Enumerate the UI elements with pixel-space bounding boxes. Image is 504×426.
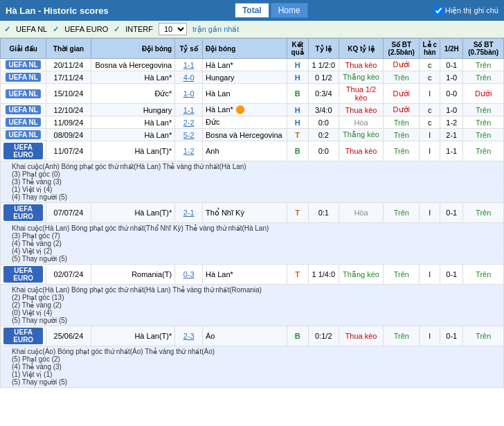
detail-line: (3) Phạt góc (0) — [12, 170, 492, 178]
cell-score[interactable]: 2-2 — [175, 116, 203, 129]
cell-score[interactable]: 2-3 — [175, 326, 203, 346]
cell-sbt2: Trên — [463, 59, 504, 71]
table-row: UEFA NL 11/09/24 Hà Lan* 2-2 Đức H 0:0 H… — [1, 116, 504, 129]
detail-row: Khai cuộc(Hà Lan) Bóng phạt góc thứ nhất… — [1, 223, 504, 265]
cell-odds-result: Thua kèo — [339, 326, 383, 346]
detail-line: Khai cuộc(Hà Lan) Bóng phạt góc thứ nhất… — [12, 286, 492, 294]
cell-result: H — [287, 116, 308, 129]
table-body: UEFA NL 20/11/24 Bosna và Hercegovina 1-… — [1, 59, 504, 388]
detail-line: (1) Việt vị (1) — [12, 371, 492, 378]
cell-odds-result: Hòa — [339, 203, 383, 223]
detail-cell: Khai cuộc(Hà Lan) Bóng phạt góc thứ nhất… — [1, 285, 504, 326]
cell-date: 15/10/24 — [46, 84, 91, 104]
cell-sbt2: Trên — [463, 326, 504, 346]
checkbox-display[interactable]: Hiện thị ghi chú — [434, 6, 498, 15]
cell-league: UEFA NL — [1, 116, 46, 129]
league-badge: UEFA NL — [6, 118, 40, 127]
detail-line: (4) Thay người (5) — [12, 193, 492, 201]
cell-odds: 0:0 — [308, 116, 339, 129]
cell-date: 12/10/24 — [46, 104, 91, 116]
filter-uefa-nl[interactable]: UEFA NL — [16, 25, 47, 33]
league-badge: UEFA EURO — [3, 143, 43, 159]
tab-home[interactable]: Home — [271, 3, 308, 18]
cell-score[interactable]: 0-3 — [175, 265, 203, 285]
cell-result: B — [287, 141, 308, 161]
cell-league: UEFA NL — [1, 71, 46, 84]
cell-team1: Romania(T) — [91, 265, 175, 285]
check-icon-2: ✓ — [53, 25, 59, 34]
cell-lec: l — [420, 326, 440, 346]
league-badge: UEFA EURO — [3, 204, 43, 221]
cell-score[interactable]: 2-1 — [175, 203, 203, 223]
cell-score[interactable]: 1-1 — [175, 59, 203, 71]
cell-score[interactable]: 1-2 — [175, 141, 203, 161]
cell-team1: Hà Lan(T)* — [91, 326, 175, 346]
cell-sbt1: Trên — [384, 116, 420, 129]
cell-lec: l — [420, 141, 440, 161]
col-header-result: Kết quả — [287, 39, 308, 59]
cell-team1: Hà Lan* — [91, 129, 175, 141]
check-icon-1: ✓ — [4, 25, 10, 34]
cell-sbt1: Dưới — [384, 59, 420, 71]
cell-odds-result: Hòa — [339, 116, 383, 129]
cell-sbt2: Trên — [463, 116, 504, 129]
cell-team2: Bosna và Hercegovina — [203, 129, 287, 141]
detail-line: (4) Việt vị (2) — [12, 247, 492, 255]
detail-line: (3) Thẻ vàng (3) — [12, 178, 492, 186]
cell-half: 1-1 — [440, 141, 463, 161]
cell-result: H — [287, 104, 308, 116]
cell-lec: l — [420, 203, 440, 223]
detail-cell: Khai cuộc(Anh) Bóng phạt góc thứ nhất(Hà… — [1, 161, 504, 203]
display-checkbox[interactable] — [434, 6, 443, 15]
cell-half: 0-1 — [440, 265, 463, 285]
cell-lec: c — [420, 71, 440, 84]
cell-sbt1: Trên — [384, 71, 420, 84]
cell-league: UEFA EURO — [1, 203, 46, 223]
table-row: UEFA EURO 07/07/24 Hà Lan(T)* 2-1 Thổ Nh… — [1, 203, 504, 223]
cell-team1: Hà Lan* — [91, 116, 175, 129]
cell-score[interactable]: 1-0 — [175, 84, 203, 104]
cell-score[interactable]: 5-2 — [175, 129, 203, 141]
cell-score[interactable]: 4-0 — [175, 71, 203, 84]
cell-odds: 0:1/2 — [308, 326, 339, 346]
cell-sbt2: Trên — [463, 129, 504, 141]
tab-total[interactable]: Total — [235, 3, 269, 18]
cell-lec: c — [420, 116, 440, 129]
col-header-odds: Tỷ lệ — [308, 39, 339, 59]
cell-league: UEFA NL — [1, 59, 46, 71]
detail-row: Khai cuộc(Áo) Bóng phạt góc thứ nhất(Áo)… — [1, 346, 504, 388]
match-count-select[interactable]: 10 20 30 — [159, 23, 187, 35]
cell-half: 0-1 — [440, 59, 463, 71]
cell-odds-result: Thắng kèo — [339, 265, 383, 285]
detail-line: (5) Thay người (5) — [12, 255, 492, 263]
cell-team1: Hà Lan* — [91, 71, 175, 84]
detail-line: (5) Thay người (5) — [12, 317, 492, 324]
filter-interf[interactable]: INTERF — [125, 25, 153, 33]
filter-uefa-euro[interactable]: UEFA EURO — [64, 25, 108, 33]
cell-half: 1-2 — [440, 116, 463, 129]
cell-sbt2: Trên — [463, 71, 504, 84]
main-table: Giải đấu Thời gian Đội bóng Tỷ số Đội bó… — [0, 38, 504, 388]
col-header-sbt1: Số BT (2.5bàn) — [384, 39, 420, 59]
table-row: UEFA EURO 11/07/24 Hà Lan(T)* 1-2 Anh B … — [1, 141, 504, 161]
col-header-odds-result: KQ tỷ lệ — [339, 39, 383, 59]
league-badge: UEFA NL — [6, 60, 40, 69]
detail-line: (5) Thay người (5) — [12, 378, 492, 386]
col-header-time: Thời gian — [46, 39, 91, 59]
detail-cell: Khai cuộc(Áo) Bóng phạt góc thứ nhất(Áo)… — [1, 346, 504, 388]
cell-score[interactable]: 1-1 — [175, 104, 203, 116]
detail-line: Khai cuộc(Hà Lan) Bóng phạt góc thứ nhất… — [12, 224, 492, 232]
cell-odds-result: Thắng kèo — [339, 71, 383, 84]
header-tabs: Total Home — [235, 3, 308, 18]
cell-odds-result: Thua 1/2 kèo — [339, 84, 383, 104]
cell-team1: Đức* — [91, 84, 175, 104]
cell-half: 1-0 — [440, 104, 463, 116]
col-header-lec: Lẻ c hàn — [420, 39, 440, 59]
cell-result: T — [287, 203, 308, 223]
cell-date: 08/09/24 — [46, 129, 91, 141]
cell-sbt1: Dưới — [384, 84, 420, 104]
cell-league: UEFA NL — [1, 129, 46, 141]
cell-odds-result: Thua kèo — [339, 59, 383, 71]
check-icon-3: ✓ — [114, 25, 120, 34]
cell-sbt1: Trên — [384, 265, 420, 285]
